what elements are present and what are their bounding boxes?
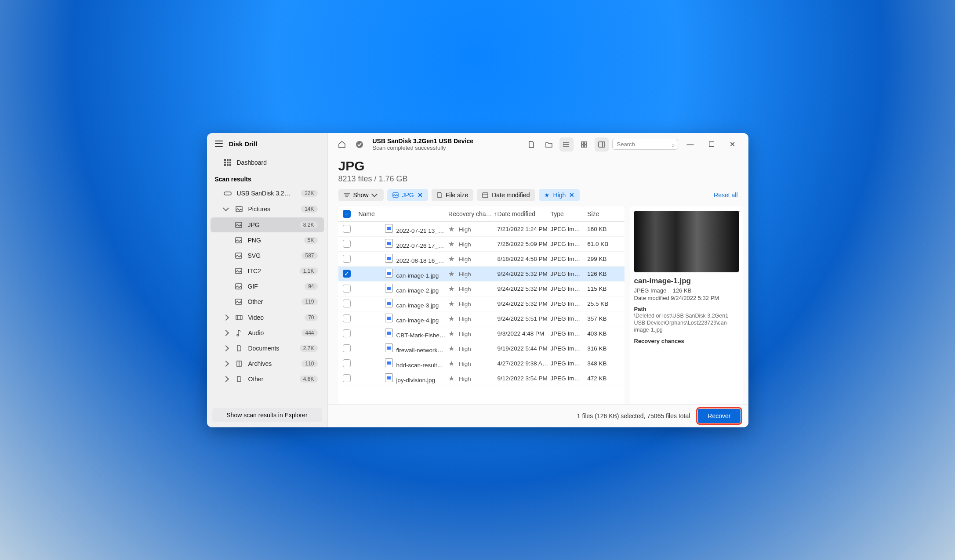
cell-name: CBT-Mark-Fishe… (359, 329, 449, 339)
show-in-explorer-button[interactable]: Show scan results in Explorer (212, 408, 322, 422)
sidebar-item-other[interactable]: Other119 (211, 294, 324, 309)
star-icon[interactable]: ★ (448, 240, 454, 248)
cell-type: JPEG Im… (550, 315, 587, 322)
preview-image (634, 211, 739, 272)
sidebar-item-device[interactable]: USB SanDisk 3.2Gen1 U… 22K (211, 186, 324, 201)
svg-rect-34 (599, 142, 605, 147)
table-row[interactable]: 2022-08-18 16_… ★High 8/18/2022 4:58 PM … (338, 252, 625, 267)
table-row[interactable]: CBT-Mark-Fishe… ★High 9/3/2022 4:48 PM J… (338, 326, 625, 341)
sidebar-item-jpg[interactable]: JPG8.2K (211, 217, 324, 232)
device-title: USB SanDisk 3.2Gen1 USB Device (373, 137, 474, 145)
row-checkbox[interactable] (343, 314, 351, 322)
sidebar-item-label: Dashboard (237, 159, 267, 166)
row-checkbox[interactable] (343, 374, 351, 382)
star-icon[interactable]: ★ (448, 300, 454, 307)
table-row[interactable]: can-image-4.jpg ★High 9/24/2022 5:51 PM … (338, 311, 625, 326)
chevron-down-icon (222, 205, 229, 211)
column-name[interactable]: Name (359, 210, 449, 217)
row-checkbox[interactable] (343, 359, 351, 367)
cell-date: 9/24/2022 5:32 PM (497, 271, 551, 277)
cell-date: 9/12/2022 3:54 PM (497, 375, 551, 382)
row-checkbox[interactable] (343, 255, 351, 263)
close-button[interactable]: ✕ (724, 137, 741, 152)
filter-jpg[interactable]: JPG ✕ (387, 189, 428, 201)
home-button[interactable] (335, 137, 349, 152)
remove-filter-icon[interactable]: ✕ (418, 191, 423, 199)
column-type[interactable]: Type (550, 210, 587, 217)
cell-recovery: ★High (448, 240, 497, 248)
star-icon[interactable]: ★ (448, 225, 454, 233)
category-icon (235, 314, 243, 322)
sidebar-item-pictures[interactable]: Pictures 14K (211, 202, 324, 217)
table-row[interactable]: ✓ can-image-1.jpg ★High 9/24/2022 5:32 P… (338, 267, 625, 282)
recover-button[interactable]: Recover (698, 409, 740, 423)
column-size[interactable]: Size (587, 210, 620, 217)
filter-file-size[interactable]: File size (432, 189, 473, 201)
table-body[interactable]: 2022-07-21 13_… ★High 7/21/2022 1:24 PM … (338, 222, 625, 404)
file-icon (385, 358, 393, 367)
sidebar-item-itc2[interactable]: ITC21.1K (211, 264, 324, 278)
preview-title: can-image-1.jpg (634, 277, 739, 285)
sidebar-section-label: Scan results (207, 170, 327, 185)
count-badge: 1.1K (300, 267, 318, 275)
sidebar-item-documents[interactable]: Documents2.7K (211, 341, 324, 356)
filter-high[interactable]: ★ High ✕ (539, 189, 580, 201)
file-view-icon[interactable] (524, 137, 538, 152)
column-date[interactable]: Date modified (497, 210, 551, 217)
chip-label: Date modified (492, 191, 530, 199)
star-icon[interactable]: ★ (448, 330, 454, 337)
table-row[interactable]: firewall-network… ★High 9/19/2022 5:44 P… (338, 341, 625, 356)
svg-rect-30 (581, 142, 584, 144)
row-checkbox[interactable] (343, 300, 351, 307)
hamburger-icon[interactable] (215, 141, 223, 147)
list-view-icon[interactable] (559, 137, 574, 152)
sidebar-item-png[interactable]: PNG5K (211, 233, 324, 248)
svg-rect-4 (227, 162, 229, 163)
table-row[interactable]: hdd-scan-result… ★High 4/27/2022 9:38 A…… (338, 356, 625, 371)
star-icon[interactable]: ★ (448, 270, 454, 278)
row-checkbox[interactable] (343, 329, 351, 337)
star-icon[interactable]: ★ (448, 285, 454, 293)
column-recovery[interactable]: Recovery cha… ↑ (448, 210, 497, 217)
table-row[interactable]: joy-division.jpg ★High 9/12/2022 3:54 PM… (338, 371, 625, 386)
search-input[interactable] (612, 139, 678, 150)
table-row[interactable]: can-image-2.jpg ★High 9/24/2022 5:32 PM … (338, 282, 625, 296)
star-icon[interactable]: ★ (448, 315, 454, 322)
image-icon (235, 221, 243, 229)
row-checkbox[interactable] (343, 240, 351, 248)
show-dropdown[interactable]: Show (338, 189, 384, 201)
sidebar-item-video[interactable]: Video70 (211, 310, 324, 325)
select-all-checkbox[interactable]: − (343, 210, 351, 218)
table-row[interactable]: 2022-07-21 13_… ★High 7/21/2022 1:24 PM … (338, 222, 625, 237)
panel-toggle-icon[interactable] (595, 137, 609, 152)
row-checkbox[interactable] (343, 344, 351, 352)
svg-rect-31 (585, 142, 587, 144)
row-checkbox[interactable] (343, 225, 351, 233)
sidebar-item-archives[interactable]: Archives110 (211, 356, 324, 371)
count-badge: 22K (301, 190, 317, 197)
sidebar-item-other[interactable]: Other4.6K (211, 372, 324, 387)
star-icon[interactable]: ★ (448, 360, 454, 367)
maximize-button[interactable]: ☐ (703, 137, 720, 152)
sidebar-item-svg[interactable]: SVG587 (211, 248, 324, 263)
table-row[interactable]: 2022-07-26 17_… ★High 7/26/2022 5:09 PM … (338, 237, 625, 252)
sidebar-item-dashboard[interactable]: Dashboard (211, 155, 324, 170)
chevron-right-icon (222, 314, 229, 320)
file-icon (385, 284, 393, 293)
row-checkbox[interactable] (343, 285, 351, 293)
star-icon[interactable]: ★ (448, 255, 454, 263)
remove-filter-icon[interactable]: ✕ (569, 191, 574, 199)
star-icon[interactable]: ★ (448, 375, 454, 382)
reset-all-button[interactable]: Reset all (714, 191, 737, 199)
table-row[interactable]: can-image-3.jpg ★High 9/24/2022 5:32 PM … (338, 296, 625, 311)
filter-date-modified[interactable]: Date modified (477, 189, 535, 201)
row-checkbox[interactable]: ✓ (343, 270, 351, 278)
folder-view-icon[interactable] (542, 137, 556, 152)
sidebar-item-audio[interactable]: Audio444 (211, 325, 324, 340)
device-info: USB SanDisk 3.2Gen1 USB Device Scan comp… (373, 137, 474, 151)
sidebar-item-gif[interactable]: GIF94 (211, 279, 324, 294)
chip-label: JPG (402, 191, 414, 199)
grid-view-icon[interactable] (577, 137, 591, 152)
star-icon[interactable]: ★ (448, 345, 454, 352)
minimize-button[interactable]: — (682, 137, 699, 152)
